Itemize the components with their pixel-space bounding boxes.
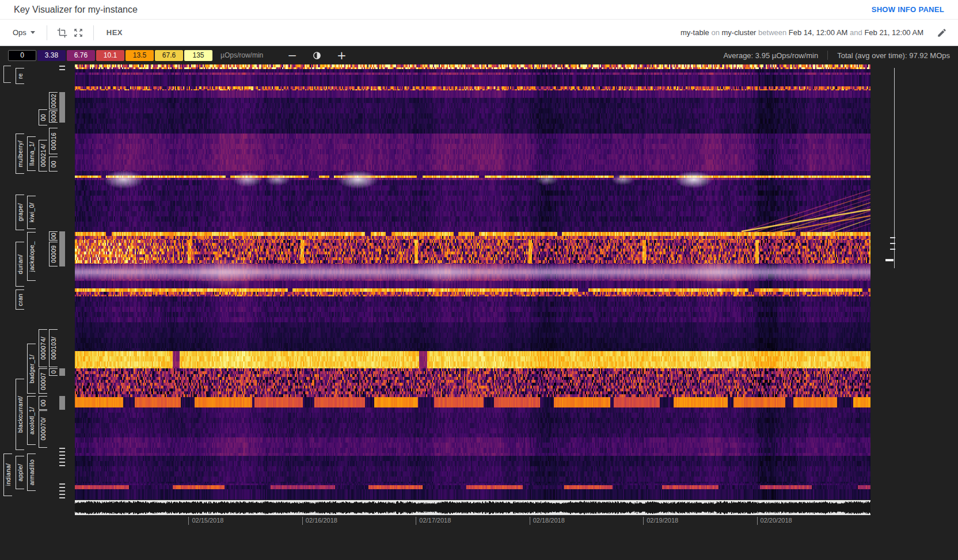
row-key-label[interactable]: 00016 (49, 128, 58, 154)
timeline-axis: 02/15/201802/16/201802/17/201802/18/2018… (0, 517, 958, 526)
scope-between-word: between (756, 28, 788, 37)
legend-stop: 6.76 (67, 50, 95, 61)
row-key-label[interactable]: blackcurrant/ (16, 379, 24, 450)
row-key-label[interactable]: 000103/ (49, 329, 58, 367)
legend-stop: 135 (184, 50, 212, 61)
metric-select[interactable]: Ops (8, 25, 40, 40)
row-key-label[interactable]: jackalope_ (27, 232, 36, 281)
timeline-date: 02/15/2018 (188, 517, 223, 525)
edit-scope-button[interactable] (934, 25, 950, 41)
row-key-bracket (59, 396, 65, 410)
plus-icon: + (337, 50, 347, 60)
row-key-label[interactable]: kiwi_0/ (27, 196, 36, 229)
row-key-label[interactable]: 00009 (49, 242, 58, 266)
legend-stop: 13.5 (126, 50, 154, 61)
crop-icon (57, 28, 67, 38)
scope-summary: my-table on my-cluster between Feb 14, 1… (681, 28, 923, 37)
row-key-label[interactable]: 000070/ (39, 410, 47, 448)
row-key-label[interactable]: 00 (49, 157, 58, 172)
legend-stop: 0 (8, 50, 36, 61)
scope-end-time: Feb 21, 12:00 AM (864, 28, 923, 37)
show-info-panel-link[interactable]: SHOW INFO PANEL (872, 5, 944, 14)
row-key-bracket (59, 368, 65, 376)
row-key-label[interactable]: apple/ (16, 456, 24, 489)
scroll-tick (890, 243, 895, 244)
row-key-label[interactable]: 0 (49, 368, 58, 376)
hex-toggle-button[interactable]: HEX (101, 25, 128, 40)
heatmap-canvas[interactable] (75, 64, 870, 500)
row-key-label[interactable]: mulberry/ (16, 134, 24, 174)
timeline-date: 02/18/2018 (530, 517, 565, 525)
row-key-label[interactable]: 00 (39, 109, 47, 125)
visualizer-content: 03.386.7610.113.567.6135 µOps/row/min − … (0, 46, 958, 560)
scope-table: my-table (681, 28, 709, 37)
key-visualizer-app: Key Visualizer for my-instance SHOW INFO… (0, 0, 958, 560)
timeline-date: 02/16/2018 (302, 517, 337, 525)
scope-start-time: Feb 14, 12:00 AM (789, 28, 848, 37)
contrast-icon (312, 51, 322, 60)
row-key-label[interactable]: cran (16, 289, 24, 310)
timeline-date: 02/19/2018 (643, 517, 678, 525)
legend-unit: µOps/row/min (221, 51, 263, 59)
pencil-icon (937, 28, 947, 38)
row-key-bracket (59, 483, 65, 500)
legend-scale: 03.386.7610.113.567.6135 (8, 50, 214, 61)
legend-metrics: Average: 3.95 µOps/row/min Total (avg ov… (723, 51, 950, 60)
scope-and-word: and (847, 28, 864, 37)
legend-stop: 10.1 (96, 50, 124, 61)
row-key-label[interactable]: re (16, 68, 24, 84)
zoom-out-map-icon (73, 28, 83, 38)
row-key-label[interactable]: 00 (39, 396, 47, 410)
row-key-label[interactable]: 000074/ (39, 329, 47, 367)
timeline-date: 02/20/2018 (757, 517, 792, 525)
row-key-label[interactable]: 000214/ (39, 140, 47, 172)
zoom-out-button[interactable]: − (287, 50, 297, 60)
average-value: Average: 3.95 µOps/row/min (723, 51, 818, 60)
crop-button[interactable] (54, 25, 70, 41)
row-key-label[interactable]: 00007 (39, 368, 47, 394)
chevron-down-icon (31, 31, 35, 34)
row-key-label[interactable]: 00 (49, 231, 58, 241)
scroll-tick (890, 237, 895, 238)
metrics-divider (827, 51, 828, 60)
row-key-label[interactable]: axolotl_1/ (27, 396, 36, 445)
row-key-panel: indiana/remulberry/grape/durian/cranblac… (0, 64, 75, 500)
metric-select-value: Ops (13, 28, 26, 37)
contrast-button[interactable] (312, 51, 322, 60)
toolbar: Ops HEX my-table on my-cluster between F… (0, 20, 958, 46)
app-header: Key Visualizer for my-instance SHOW INFO… (0, 0, 958, 20)
legend-stop: 3.38 (37, 50, 66, 61)
row-key-label[interactable]: grape/ (16, 195, 24, 230)
row-key-label[interactable]: 000 (49, 111, 58, 123)
zoom-in-button[interactable]: + (337, 50, 347, 60)
legend-stop: 67.6 (155, 50, 183, 61)
row-key-bracket (59, 66, 65, 73)
row-key-label[interactable]: badger_1/ (27, 344, 36, 394)
legend-bar: 03.386.7610.113.567.6135 µOps/row/min − … (0, 46, 958, 64)
toolbar-divider (47, 25, 47, 40)
row-key-bracket (59, 448, 65, 467)
page-title: Key Visualizer for my-instance (14, 5, 138, 15)
scope-cluster: my-cluster (722, 28, 756, 37)
timeline-date: 02/17/2018 (416, 517, 451, 525)
row-key-bracket (59, 231, 65, 266)
scroll-thumb[interactable] (885, 259, 894, 261)
row-key-bracket (59, 92, 65, 123)
row-key-label[interactable]: llama_1/ (27, 136, 36, 171)
row-key-label[interactable]: armadillo (27, 454, 36, 491)
scrubber-minimap[interactable] (75, 500, 870, 515)
scope-on-word: on (709, 28, 722, 37)
row-key-label[interactable]: indiana/ (3, 454, 12, 496)
fullscreen-button[interactable] (70, 25, 86, 41)
toolbar-divider (93, 25, 94, 40)
row-key-bracket (3, 66, 11, 83)
zoom-controls: − + (287, 50, 347, 60)
row-key-label[interactable]: durian/ (16, 242, 24, 287)
total-value: Total (avg over time): 97.92 MOps (837, 51, 950, 60)
scroll-tick (890, 249, 895, 250)
visualization-area: indiana/remulberry/grape/durian/cranblac… (0, 64, 958, 560)
minus-icon: − (287, 50, 297, 60)
row-key-label[interactable]: 0002 (49, 92, 58, 109)
